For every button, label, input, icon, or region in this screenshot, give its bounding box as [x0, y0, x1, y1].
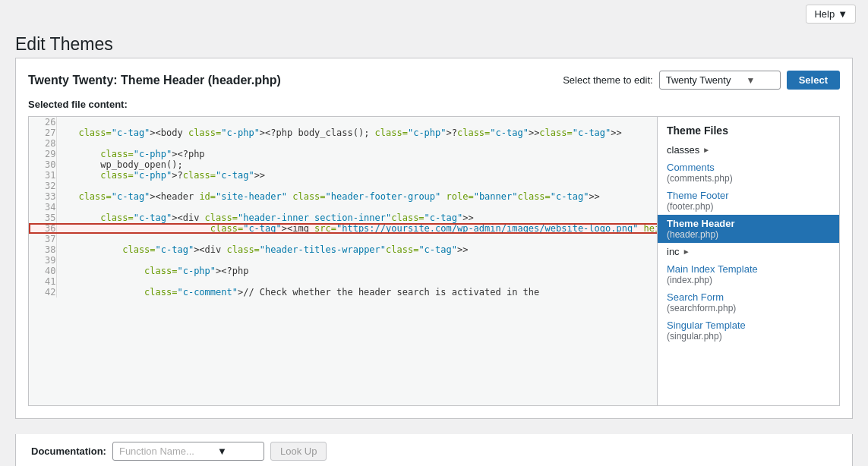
- table-row: 26: [29, 117, 657, 128]
- editor-area: 2627 class="c-tag"><body class="c-php"><…: [28, 116, 840, 406]
- file-subtitle: Twenty Twenty: Theme Header (header.php): [28, 74, 281, 87]
- line-code: [56, 138, 657, 149]
- theme-select-label: Select theme to edit:: [563, 74, 653, 86]
- table-row: 39: [29, 255, 657, 266]
- line-code: wp_body_open();: [56, 159, 657, 170]
- theme-files-sidebar: Theme Files classes►Comments(comments.ph…: [657, 117, 839, 405]
- table-row: 34: [29, 202, 657, 213]
- file-name: Theme Header: [667, 218, 735, 229]
- table-row: 41: [29, 276, 657, 287]
- line-code: class="c-tag"><div class="header-inner s…: [56, 213, 657, 223]
- selected-file-label: Selected file content:: [28, 99, 840, 110]
- list-item[interactable]: Singular Template(singular.php): [658, 316, 839, 345]
- file-name: Search Form: [667, 291, 724, 303]
- file-php: (index.php): [667, 275, 830, 285]
- folder-name: classes: [667, 144, 699, 156]
- folder-arrow-icon: ►: [702, 146, 710, 154]
- line-number: 30: [29, 159, 56, 170]
- table-row: 29 class="c-php"><?php: [29, 149, 657, 159]
- code-editor[interactable]: 2627 class="c-tag"><body class="c-php"><…: [29, 117, 657, 405]
- line-number: 33: [29, 191, 56, 202]
- table-row: 32: [29, 181, 657, 191]
- line-code: class="c-comment">// Check whether the h…: [56, 287, 657, 298]
- page-title: Edit Themes: [0, 28, 868, 58]
- file-name: Comments: [667, 162, 715, 173]
- doc-chevron-icon: ▼: [217, 446, 227, 457]
- line-code: [56, 117, 657, 128]
- table-row: 28: [29, 138, 657, 149]
- line-number: 37: [29, 234, 56, 244]
- help-button[interactable]: Help ▼: [806, 5, 856, 24]
- line-number: 28: [29, 138, 56, 149]
- documentation-label: Documentation:: [31, 446, 106, 457]
- file-php: (searchform.php): [667, 303, 830, 313]
- line-number: 32: [29, 181, 56, 191]
- code-table: 2627 class="c-tag"><body class="c-php"><…: [29, 117, 657, 298]
- line-number: 40: [29, 266, 56, 276]
- file-php: (singular.php): [667, 331, 830, 342]
- table-row: 36 class="c-tag"><img src="https://yours…: [29, 223, 657, 234]
- folder-item[interactable]: classes►: [658, 141, 839, 159]
- bottom-bar: Documentation: Function Name... ▼ Look U…: [15, 434, 853, 466]
- line-number: 26: [29, 117, 56, 128]
- list-item[interactable]: Comments(comments.php): [658, 159, 839, 187]
- list-item[interactable]: Theme Header(header.php): [658, 215, 839, 243]
- help-chevron-icon: ▼: [838, 8, 847, 20]
- line-number: 31: [29, 170, 56, 181]
- table-row: 30 wp_body_open();: [29, 159, 657, 170]
- file-php: (comments.php): [667, 173, 830, 184]
- top-bar: Help ▼: [0, 0, 868, 28]
- file-php: (footer.php): [667, 201, 830, 212]
- table-row: 27 class="c-tag"><body class="c-php"><?p…: [29, 128, 657, 138]
- line-code: [56, 181, 657, 191]
- line-number: 38: [29, 244, 56, 255]
- folder-name: inc: [667, 246, 680, 257]
- file-name: Theme Footer: [667, 190, 729, 201]
- line-code: [56, 255, 657, 266]
- line-code: class="c-tag"><div class="header-titles-…: [56, 244, 657, 255]
- lookup-button[interactable]: Look Up: [270, 442, 327, 461]
- function-name-dropdown[interactable]: Function Name... ▼: [112, 442, 264, 461]
- line-number: 39: [29, 255, 56, 266]
- line-number: 34: [29, 202, 56, 213]
- line-code: class="c-php"><?php: [56, 266, 657, 276]
- line-code: class="c-tag"><body class="c-php"><?php …: [56, 128, 657, 138]
- list-item[interactable]: Theme Footer(footer.php): [658, 187, 839, 215]
- file-name: Main Index Template: [667, 263, 758, 275]
- help-label: Help: [814, 8, 835, 20]
- table-row: 33 class="c-tag"><header id="site-header…: [29, 191, 657, 202]
- line-code: [56, 276, 657, 287]
- doc-placeholder: Function Name...: [119, 446, 194, 457]
- line-number: 36: [29, 223, 56, 234]
- select-theme-button[interactable]: Select: [787, 71, 840, 90]
- line-number: 41: [29, 276, 56, 287]
- line-code: class="c-tag"><header id="site-header" c…: [56, 191, 657, 202]
- line-number: 35: [29, 213, 56, 223]
- line-code: [56, 202, 657, 213]
- table-row: 31 class="c-php">?class="c-tag">>: [29, 170, 657, 181]
- line-code: class="c-php"><?php: [56, 149, 657, 159]
- list-item[interactable]: Search Form(searchform.php): [658, 288, 839, 316]
- table-row: 42 class="c-comment">// Check whether th…: [29, 287, 657, 298]
- table-row: 37: [29, 234, 657, 244]
- list-item[interactable]: Main Index Template(index.php): [658, 260, 839, 288]
- table-row: 38 class="c-tag"><div class="header-titl…: [29, 244, 657, 255]
- theme-dropdown-value: Twenty Twenty: [666, 74, 731, 86]
- theme-select-row: Select theme to edit: Twenty Twenty ▼ Se…: [563, 71, 840, 90]
- table-row: 35 class="c-tag"><div class="header-inne…: [29, 213, 657, 223]
- folder-arrow-icon: ►: [683, 247, 690, 256]
- chevron-down-icon: ▼: [746, 75, 755, 86]
- table-row: 40 class="c-php"><?php: [29, 266, 657, 276]
- main-container: Twenty Twenty: Theme Header (header.php)…: [15, 58, 853, 419]
- line-code: class="c-php">?class="c-tag">>: [56, 170, 657, 181]
- theme-files-title: Theme Files: [658, 117, 839, 141]
- line-code: class="c-tag"><img src="https://yoursite…: [56, 223, 657, 234]
- file-name: Singular Template: [667, 320, 746, 331]
- line-code: [56, 234, 657, 244]
- folder-item[interactable]: inc►: [658, 243, 839, 260]
- line-number: 27: [29, 128, 56, 138]
- line-number: 42: [29, 287, 56, 298]
- line-number: 29: [29, 149, 56, 159]
- file-php: (header.php): [667, 229, 830, 240]
- theme-dropdown[interactable]: Twenty Twenty ▼: [659, 71, 781, 90]
